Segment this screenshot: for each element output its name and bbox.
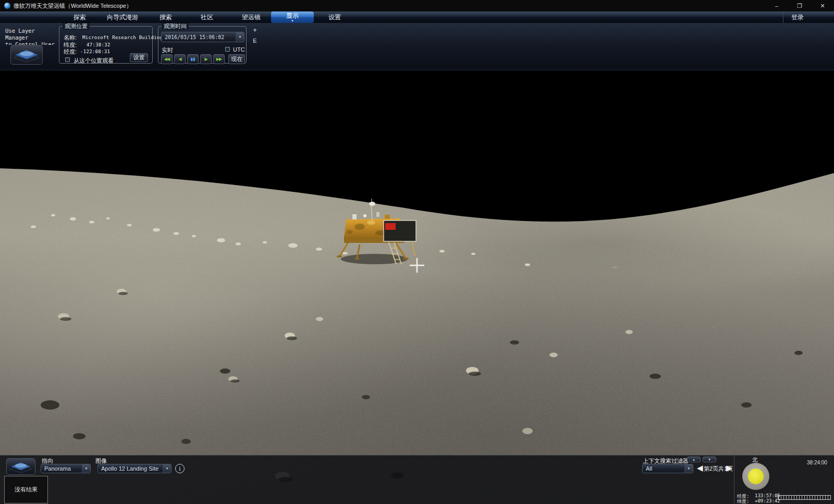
layers-icon	[8, 460, 33, 473]
title-bar: 微软万维天文望远镜（WorldWide Telescope） – ❐ ✕	[0, 0, 834, 11]
scroll-down-button[interactable]: ▼	[703, 457, 716, 462]
no-results-text: 没有结果	[15, 486, 38, 494]
layer-manager-button[interactable]	[10, 45, 43, 65]
restore-icon[interactable]: ❐	[788, 0, 811, 11]
dropdown-arrow-icon[interactable]: ▼	[82, 464, 90, 473]
view-lon-value: 133:57:05	[755, 493, 780, 498]
play-icon: ▶	[204, 57, 207, 62]
up-arrow-icon: ▲	[692, 458, 695, 461]
observation-location-group: 观测位置 名称: Microsoft Research Building 纬度:…	[59, 26, 153, 64]
view-ribbon: Use Layer Manager to Control User Guide …	[0, 23, 834, 70]
realtime-label: 实时	[162, 46, 173, 54]
tab-explore[interactable]: 探索	[73, 11, 86, 23]
plus-icon: +	[251, 26, 259, 34]
compass-dial[interactable]	[742, 463, 769, 490]
datetime-dropdown[interactable]: 2016/03/15 15:06:02 ▼	[161, 32, 244, 42]
menu-bar: 探索 向导式漫游 搜索 社区 望远镜 显示 ▼ 设置 登录	[0, 11, 834, 23]
page-prev-icon[interactable]: ◀	[697, 463, 703, 473]
longitude-value: -122:08:31	[80, 49, 110, 54]
fast-forward-button[interactable]: ▶▶	[213, 54, 225, 64]
rewind-button[interactable]: ◀◀	[161, 54, 173, 64]
dropdown-arrow-icon[interactable]: ▼	[163, 464, 171, 473]
dropdown-arrow-icon[interactable]: ▼	[684, 464, 693, 473]
tab-search[interactable]: 搜索	[160, 11, 172, 23]
bottom-bar: 指向 Panorama ▼ 图像 Apollo 12 Landing Site …	[0, 455, 834, 504]
view-from-location-checkbox[interactable]	[65, 57, 70, 62]
login-button[interactable]: 登录	[791, 11, 804, 23]
observation-location-title: 观测位置	[63, 23, 90, 30]
tab-view-active[interactable]: 显示 ▼	[271, 11, 314, 23]
imagery-value: Apollo 12 Landing Site	[98, 465, 163, 472]
info-icon[interactable]: i	[175, 464, 185, 473]
datetime-value: 2016/03/15 15:06:02	[162, 34, 236, 40]
pointing-dropdown[interactable]: Panorama ▼	[41, 464, 91, 473]
chevron-down-icon: ▼	[291, 19, 294, 22]
view-from-location-label: 从这个位置观看	[73, 57, 114, 65]
now-button[interactable]: 现在	[228, 54, 245, 64]
menu-divider	[783, 11, 783, 23]
close-icon[interactable]: ✕	[811, 0, 834, 11]
observation-time-title: 观测时间	[162, 23, 189, 30]
name-label: 名称:	[64, 34, 77, 42]
view-lat-value: +09:23:42	[755, 498, 780, 503]
step-back-icon: ◀	[178, 57, 181, 62]
latitude-value: 47:38:32	[87, 42, 111, 47]
rewind-icon: ◀◀	[164, 57, 169, 62]
panel-expander[interactable]: + E	[251, 26, 259, 45]
dropdown-arrow-icon[interactable]: ▼	[236, 32, 244, 42]
play-button[interactable]: ▶	[200, 54, 212, 64]
zoom-slider[interactable]	[778, 495, 831, 500]
longitude-label: 经度:	[64, 48, 77, 56]
wwt-logo-icon	[4, 3, 10, 9]
filter-value: All	[643, 465, 684, 472]
scroll-up-button[interactable]: ▲	[687, 457, 701, 462]
down-arrow-icon: ▼	[708, 458, 711, 461]
window-title: 微软万维天文望远镜（WorldWide Telescope）	[14, 2, 132, 10]
view-lat-label: 纬度:	[737, 498, 749, 504]
compass-body-icon	[748, 469, 764, 484]
utc-label: UTC	[233, 46, 245, 53]
tab-community[interactable]: 社区	[201, 11, 213, 23]
layers-icon	[13, 47, 41, 63]
fast-forward-icon: ▶▶	[216, 57, 222, 62]
wwt-window: 微软万维天文望远镜（WorldWide Telescope） – ❐ ✕ 探索 …	[0, 0, 834, 504]
sidereal-clock: 38:24:00	[807, 460, 827, 465]
pause-button[interactable]: ▮▮	[187, 54, 199, 64]
observation-time-group: 观测时间 2016/03/15 15:06:02 ▼ 实时 UTC ◀◀ ◀ ▮…	[158, 26, 247, 64]
page-next-icon[interactable]: ▶	[726, 463, 732, 473]
pause-icon: ▮▮	[191, 57, 195, 62]
imagery-dropdown[interactable]: Apollo 12 Landing Site ▼	[97, 464, 171, 473]
setup-button[interactable]: 设置	[130, 53, 148, 62]
layer-manager-hint: Use Layer Manager to Control User Guide	[5, 28, 58, 45]
moon-panorama-view[interactable]	[0, 70, 834, 504]
tab-settings[interactable]: 设置	[328, 11, 341, 23]
step-back-button[interactable]: ◀	[174, 54, 186, 64]
no-results-tile: 没有结果	[4, 476, 48, 503]
tab-view-label: 显示	[286, 13, 299, 19]
tab-telescope[interactable]: 望远镜	[242, 11, 261, 23]
layer-panel-button[interactable]	[6, 458, 35, 475]
name-value: Microsoft Research Building	[82, 35, 163, 40]
filter-dropdown[interactable]: All ▼	[642, 464, 693, 473]
tab-guided-tours[interactable]: 向导式漫游	[107, 11, 138, 23]
section-divider	[734, 456, 734, 504]
pointing-value: Panorama	[41, 465, 82, 472]
utc-checkbox[interactable]	[225, 47, 230, 52]
minimize-icon[interactable]: –	[765, 0, 788, 11]
